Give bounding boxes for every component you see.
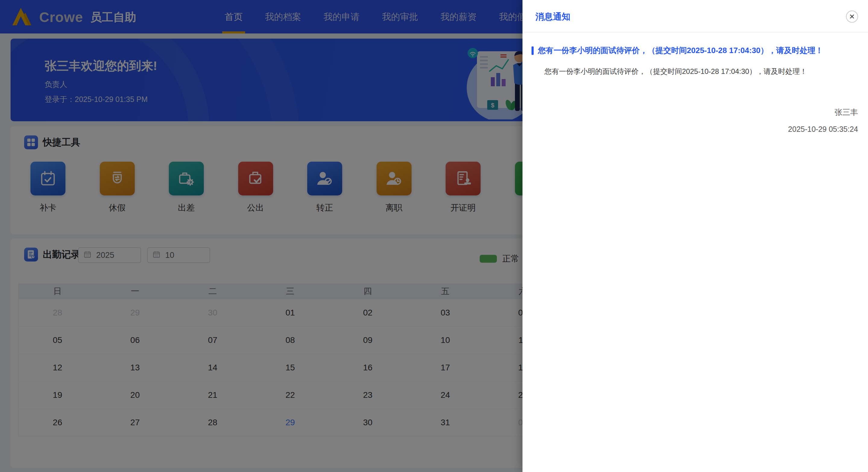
message-sender: 张三丰 [788,107,858,118]
message-accent-bar [531,47,534,55]
message-body: 您有一份李小明的面试待评价，（提交时间2025-10-28 17:04:30），… [523,67,868,76]
drawer-title: 消息通知 [535,11,570,23]
close-icon[interactable]: ✕ [846,10,858,23]
drawer-divider [523,32,868,32]
notification-drawer: 消息通知 ✕ 您有一份李小明的面试待评价，（提交时间2025-10-28 17:… [523,0,868,472]
notification-item[interactable]: 您有一份李小明的面试待评价，（提交时间2025-10-28 17:04:30），… [523,45,868,76]
message-time: 2025-10-29 05:35:24 [788,125,858,134]
message-title: 您有一份李小明的面试待评价，（提交时间2025-10-28 17:04:30），… [538,45,823,56]
